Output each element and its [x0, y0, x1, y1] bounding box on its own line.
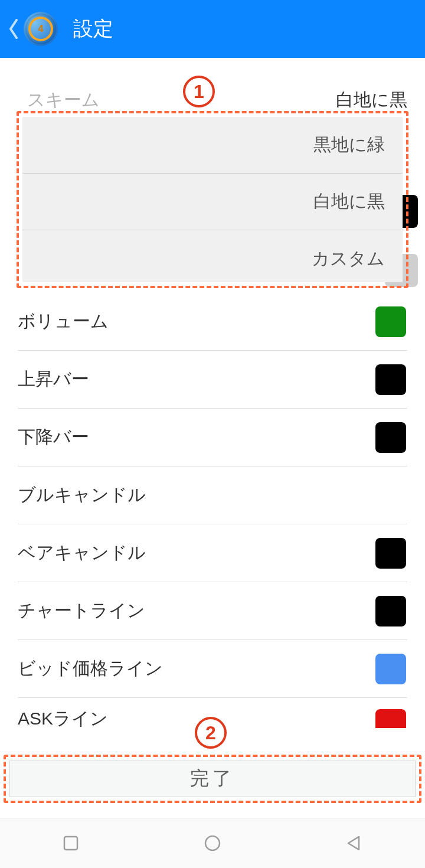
scheme-dropdown: 黒地に緑 白地に黒 カスタム: [22, 117, 403, 282]
setting-label: チャートライン: [18, 599, 145, 623]
callout-1: 1: [183, 76, 215, 107]
setting-label: 上昇バー: [18, 367, 89, 391]
page-title: 設定: [73, 15, 113, 43]
setting-chart-line[interactable]: チャートライン: [18, 582, 407, 640]
setting-label: ベアキャンドル: [18, 541, 146, 565]
setting-volume[interactable]: ボリューム: [18, 293, 407, 351]
nav-recent-button[interactable]: [59, 831, 83, 855]
done-button-highlight: 完了: [4, 755, 421, 803]
setting-bull-bar[interactable]: 上昇バー: [18, 351, 407, 409]
color-swatch[interactable]: [375, 709, 406, 728]
done-button-label: 完了: [190, 766, 235, 792]
color-swatch[interactable]: [375, 596, 406, 626]
done-button[interactable]: 完了: [9, 761, 416, 797]
setting-bear-bar[interactable]: 下降バー: [18, 409, 407, 466]
callout-2-label: 2: [205, 722, 216, 744]
scheme-option-black-on-white[interactable]: 白地に黒: [22, 174, 403, 230]
setting-bear-candle[interactable]: ベアキャンドル: [18, 524, 407, 582]
svg-point-1: [205, 836, 220, 850]
app-icon: 4: [24, 12, 58, 46]
color-settings-list: ボリューム 上昇バー 下降バー ブルキャンドル ベアキャンドル チャートライン …: [0, 293, 425, 739]
setting-label: ブルキャンドル: [18, 483, 146, 507]
color-swatch[interactable]: [375, 538, 406, 569]
nav-back-button[interactable]: [342, 831, 366, 855]
color-swatch[interactable]: [375, 306, 406, 337]
color-swatch[interactable]: [375, 422, 406, 453]
scheme-value: 白地に黒: [336, 88, 407, 112]
color-swatch[interactable]: [375, 364, 406, 395]
setting-bid-line[interactable]: ビッド価格ライン: [18, 640, 407, 698]
scheme-label: スキーム: [27, 88, 100, 112]
svg-marker-2: [348, 837, 359, 850]
callout-1-label: 1: [194, 81, 204, 103]
android-navbar: [0, 818, 425, 868]
back-button[interactable]: [8, 17, 19, 41]
setting-label: ASKライン: [18, 707, 108, 731]
app-header: 4 設定: [0, 0, 425, 58]
scheme-dropdown-highlight: 黒地に緑 白地に黒 カスタム: [17, 111, 408, 288]
svg-rect-0: [64, 837, 77, 850]
setting-label: 下降バー: [18, 425, 89, 449]
nav-home-button[interactable]: [201, 831, 224, 855]
scheme-option-custom[interactable]: カスタム: [22, 230, 403, 287]
callout-2: 2: [195, 717, 227, 749]
setting-label: ビッド価格ライン: [18, 657, 163, 681]
scheme-option-green-on-black[interactable]: 黒地に緑: [22, 117, 403, 174]
setting-bull-candle[interactable]: ブルキャンドル: [18, 466, 407, 524]
setting-label: ボリューム: [18, 309, 109, 334]
color-swatch[interactable]: [375, 654, 406, 684]
